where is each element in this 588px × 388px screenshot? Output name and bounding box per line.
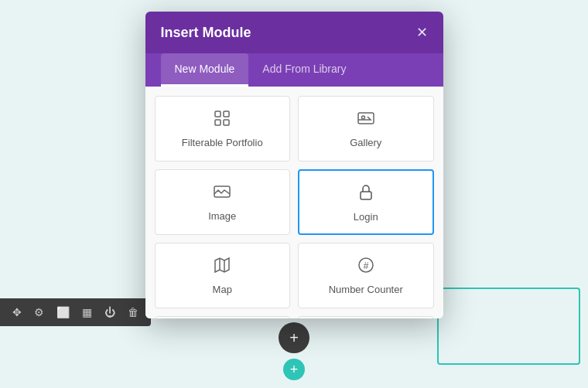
insert-module-modal: Insert Module ✕ New Module Add From Libr… bbox=[145, 12, 443, 318]
svg-rect-2 bbox=[215, 120, 220, 125]
module-card-filterable-portfolio[interactable]: Filterable Portfolio bbox=[155, 96, 291, 162]
login-label: Login bbox=[354, 211, 378, 223]
map-icon bbox=[213, 256, 231, 277]
image-icon bbox=[213, 182, 231, 204]
module-card-gallery[interactable]: Gallery bbox=[298, 96, 434, 162]
filterable-portfolio-label: Filterable Portfolio bbox=[182, 137, 263, 148]
module-card-map[interactable]: Map bbox=[155, 243, 291, 308]
number-counter-label: Number Counter bbox=[329, 284, 403, 295]
module-card-image[interactable]: Image bbox=[155, 169, 291, 235]
svg-marker-8 bbox=[215, 258, 229, 272]
module-grid: Filterable Portfolio Gallery bbox=[145, 87, 443, 318]
module-card-person[interactable]: Person bbox=[155, 316, 291, 318]
svg-point-5 bbox=[361, 116, 364, 119]
gallery-label: Gallery bbox=[350, 137, 381, 148]
svg-rect-0 bbox=[215, 111, 220, 117]
modal-tabs: New Module Add From Library bbox=[145, 53, 443, 87]
svg-rect-4 bbox=[358, 113, 374, 124]
svg-rect-3 bbox=[224, 120, 229, 125]
tab-add-from-library[interactable]: Add From Library bbox=[248, 53, 360, 87]
modal-title: Insert Module bbox=[161, 25, 251, 41]
number-counter-icon: # bbox=[357, 256, 375, 277]
svg-rect-7 bbox=[361, 192, 371, 199]
tab-new-module[interactable]: New Module bbox=[161, 53, 249, 87]
modal-overlay: Insert Module ✕ New Module Add From Libr… bbox=[0, 0, 588, 388]
filterable-portfolio-icon bbox=[213, 109, 231, 131]
svg-rect-1 bbox=[224, 111, 229, 117]
map-label: Map bbox=[213, 284, 232, 295]
module-card-login[interactable]: Login bbox=[298, 169, 434, 235]
login-icon bbox=[357, 183, 375, 205]
module-card-portfolio[interactable]: Portfolio bbox=[298, 316, 434, 318]
image-label: Image bbox=[208, 210, 236, 222]
module-card-number-counter[interactable]: # Number Counter bbox=[298, 243, 434, 308]
svg-text:#: # bbox=[363, 260, 368, 271]
gallery-icon bbox=[357, 109, 375, 131]
modal-close-button[interactable]: ✕ bbox=[416, 24, 428, 41]
modal-header: Insert Module ✕ bbox=[145, 12, 443, 53]
